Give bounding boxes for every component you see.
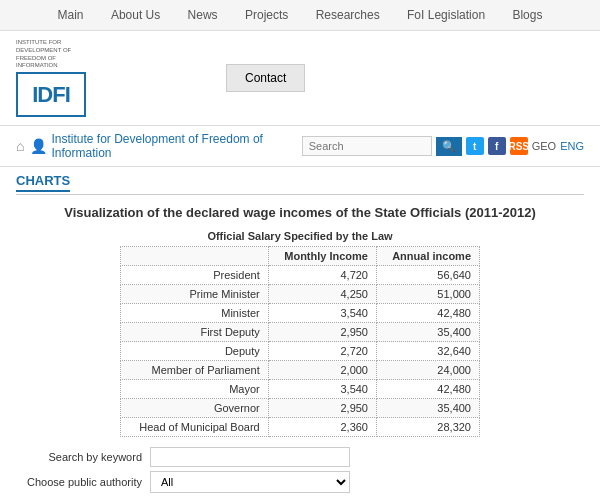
search-area: 🔍 t f RSS GEO ENG [302, 136, 584, 156]
search-button[interactable]: 🔍 [436, 137, 462, 156]
table-row: First Deputy 2,950 35,400 [121, 323, 480, 342]
nav-foi[interactable]: FoI Legislation [407, 8, 485, 22]
table-row: Minister 3,540 42,480 [121, 304, 480, 323]
lang-eng[interactable]: ENG [560, 140, 584, 152]
table-row: Deputy 2,720 32,640 [121, 342, 480, 361]
table-row: President 4,720 56,640 [121, 266, 480, 285]
main-content: Visualization of the declared wage incom… [0, 195, 600, 500]
top-nav: Main About Us News Projects Researches F… [0, 0, 600, 31]
logo-letters: IDFI [32, 82, 70, 108]
home-icon[interactable]: ⌂ [16, 138, 24, 154]
facebook-icon[interactable]: f [488, 137, 506, 155]
nav-icons: ⌂ 👤 [16, 138, 47, 154]
authority-filter-row: Choose public authority All [20, 471, 580, 493]
person-icon[interactable]: 👤 [30, 138, 47, 154]
search-input[interactable] [302, 136, 432, 156]
table-row: Member of Parliament 2,000 24,000 [121, 361, 480, 380]
keyword-search-input[interactable] [150, 447, 350, 467]
table-row: Head of Municipal Board 2,360 28,320 [121, 418, 480, 437]
charts-title: CHARTS [16, 173, 70, 192]
search-filter-label: Search by keyword [20, 451, 150, 463]
filter-area: Search by keyword Choose public authorit… [20, 447, 580, 493]
rss-icon[interactable]: RSS [510, 137, 528, 155]
col-header-monthly: Monthly Income [268, 247, 376, 266]
authority-filter-label: Choose public authority [20, 476, 150, 488]
header: INSTITUTE FOR DEVELOPMENT OF FREEDOM OF … [0, 31, 600, 126]
logo: INSTITUTE FOR DEVELOPMENT OF FREEDOM OF … [16, 39, 96, 117]
breadcrumb[interactable]: Institute for Development of Freedom of … [51, 132, 301, 160]
table-caption: Official Salary Specified by the Law [120, 230, 480, 242]
nav-main[interactable]: Main [58, 8, 84, 22]
logo-box: IDFI [16, 72, 86, 117]
authority-select[interactable]: All [150, 471, 350, 493]
twitter-icon[interactable]: t [466, 137, 484, 155]
table-row: Mayor 3,540 42,480 [121, 380, 480, 399]
col-header-name [121, 247, 269, 266]
lang-geo[interactable]: GEO [532, 140, 556, 152]
logo-text: INSTITUTE FOR DEVELOPMENT OF FREEDOM OF … [16, 39, 96, 70]
nav-aboutus[interactable]: About Us [111, 8, 160, 22]
table-row: Governor 2,950 35,400 [121, 399, 480, 418]
nav-blogs[interactable]: Blogs [512, 8, 542, 22]
contact-button[interactable]: Contact [226, 64, 305, 92]
nav-projects[interactable]: Projects [245, 8, 288, 22]
secondary-nav: ⌂ 👤 Institute for Development of Freedom… [0, 126, 600, 167]
nav-news[interactable]: News [188, 8, 218, 22]
col-header-annual: Annual income [376, 247, 479, 266]
table-row: Prime Minister 4,250 51,000 [121, 285, 480, 304]
charts-section-label: CHARTS [0, 167, 600, 194]
salary-table: Official Salary Specified by the Law Mon… [120, 230, 480, 437]
chart-main-title: Visualization of the declared wage incom… [20, 205, 580, 220]
search-filter-row: Search by keyword [20, 447, 580, 467]
nav-researches[interactable]: Researches [316, 8, 380, 22]
salary-table-container: Official Salary Specified by the Law Mon… [20, 230, 580, 437]
